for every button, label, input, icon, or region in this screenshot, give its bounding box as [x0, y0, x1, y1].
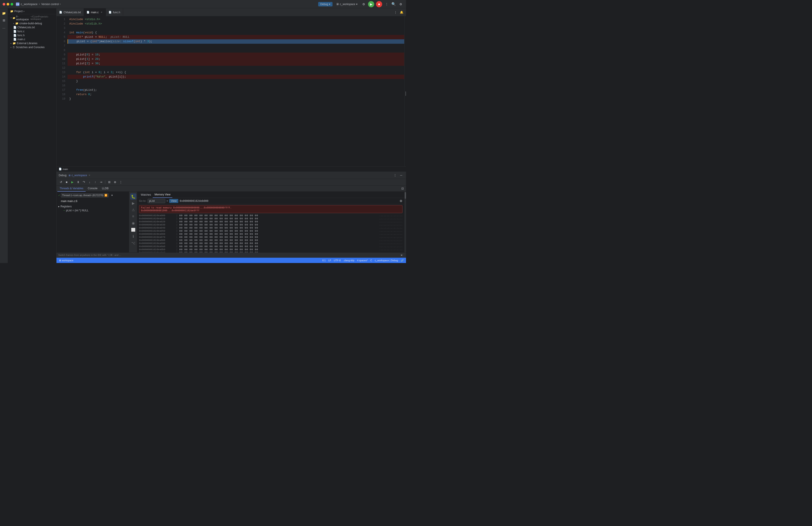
project-panel: 📁 Project ▾ ▾ 📁 c-workspace ~/CLionProje…: [8, 9, 57, 263]
restore-layout-button[interactable]: ⊡: [400, 186, 405, 191]
tree-item-func-h[interactable]: 📄 func.h: [8, 33, 56, 37]
notification-close-button[interactable]: ✕: [399, 253, 404, 258]
filter-threads-button[interactable]: ▼: [110, 193, 115, 198]
mem-addr: 0x0000000102dea000: [139, 214, 174, 217]
tab-console[interactable]: Console: [86, 185, 100, 192]
resume-button[interactable]: ▶: [70, 180, 75, 185]
tab-label: Console: [88, 187, 98, 190]
view-button[interactable]: View: [169, 199, 178, 203]
tab-func-h[interactable]: 📄 func.h: [106, 9, 123, 16]
run-to-cursor-button[interactable]: ⇒: [98, 180, 104, 185]
run-icon-btn[interactable]: ▶: [130, 200, 136, 206]
step-over-button[interactable]: ↷: [81, 180, 87, 185]
stop-button[interactable]: ■: [376, 1, 382, 7]
project-selector[interactable]: CW c_workspace ▾: [16, 2, 40, 6]
more-options-button[interactable]: ⋮: [384, 2, 389, 7]
structure-icon-btn[interactable]: ⊞: [1, 17, 7, 24]
tab-watches[interactable]: Watches: [139, 192, 153, 198]
mem-row-11: 0x0000000102dea0b0 | 00 00 00 00 00 00 0…: [137, 248, 404, 251]
debug-workspace[interactable]: 🖥 c_workspace ✕: [68, 174, 91, 177]
maximize-button[interactable]: [11, 3, 13, 5]
tree-item-scratches[interactable]: ▸ 🗒 Scratches and Consoles: [8, 45, 56, 49]
tree-item-ext-libs[interactable]: ▸ 📁 External Libraries: [8, 41, 56, 45]
address-input[interactable]: [148, 199, 165, 203]
tab-more-button[interactable]: ⋮: [393, 10, 398, 15]
status-position[interactable]: 6:1: [322, 259, 326, 262]
tab-lldb[interactable]: LLDB: [100, 185, 111, 192]
status-share-icon[interactable]: 🔗: [401, 259, 404, 262]
step-into-button[interactable]: ↓: [87, 180, 92, 185]
evaluate-button[interactable]: ⊞: [106, 180, 112, 185]
run-button[interactable]: ▶: [368, 1, 374, 7]
tree-item-cmakelists[interactable]: 📄 CMakeLists.txt: [8, 25, 56, 29]
memory-scrollbar[interactable]: [404, 192, 406, 252]
registers-header[interactable]: ▸ Registers: [58, 204, 127, 209]
code-line-17: free(pList);: [68, 88, 404, 92]
settings-icon-btn[interactable]: ⚙: [361, 2, 366, 7]
editor-area: 📄 CMakeLists.txt 📄 main.c ✕ 📄 func.h ⋮ 🔔: [57, 9, 406, 263]
h-tab-icon: 📄: [108, 11, 112, 14]
tree-item-root[interactable]: ▾ 📁 c-workspace ~/CLionProjects/c-worksp…: [8, 14, 56, 22]
status-linter[interactable]: .clang-tidy: [343, 259, 354, 262]
pause-button[interactable]: ⏸: [75, 180, 81, 185]
more-debug-button[interactable]: ⋮: [118, 180, 124, 185]
step-out-button[interactable]: ↑: [93, 180, 98, 185]
scrollbar-thumb[interactable]: [405, 192, 406, 199]
mem-row-2: 0x0000000102dea020 | 00 00 00 00 00 00 0…: [137, 220, 404, 223]
status-lang[interactable]: C: [370, 259, 372, 262]
more-icon-btn[interactable]: …: [1, 24, 7, 30]
notification-bell-icon[interactable]: 🔔: [399, 10, 404, 15]
version-control-button[interactable]: Version control ▾: [40, 2, 62, 6]
project-header[interactable]: 📁 Project ▾: [8, 9, 56, 14]
tab-cmakelists[interactable]: 📄 CMakeLists.txt: [57, 9, 84, 16]
chevron-right-icon: ▸: [13, 22, 14, 25]
mem-bytes: 00 00 00 00 00 00 00 00 00 00 00 00 00 0…: [179, 214, 374, 217]
tab-threads-variables[interactable]: Threads & Variables: [57, 185, 86, 192]
debugger-icon-btn[interactable]: 🐛: [130, 194, 136, 200]
tab-memory-view[interactable]: Memory View: [153, 192, 172, 198]
gear-icon[interactable]: ⚙: [398, 2, 403, 7]
workspace-selector[interactable]: 🖥 c_workspace ▾: [334, 2, 359, 6]
tree-item-main-c[interactable]: 📄 main.c: [8, 37, 56, 41]
project-icon-btn[interactable]: 📁: [1, 10, 7, 16]
search-button[interactable]: 🔍: [391, 2, 396, 7]
profiler-icon-btn[interactable]: ◉: [130, 220, 136, 226]
gutter-line-17: 17: [57, 88, 65, 92]
chevron-down-icon: ▾: [356, 3, 358, 6]
tab-label: Memory View: [155, 193, 170, 196]
git-icon-btn[interactable]: ⌥: [130, 240, 136, 246]
folder-icon: 📁: [10, 10, 13, 13]
code-line-18: return 0;: [68, 92, 404, 97]
rerun-button[interactable]: ↺: [58, 180, 63, 185]
breakpoints-button[interactable]: ⊕: [112, 180, 118, 185]
plist-value: → pList = (int *) NULL: [58, 209, 127, 212]
close-button[interactable]: [3, 3, 5, 5]
status-workspace[interactable]: 🖥 workspace: [59, 259, 73, 262]
log-icon-btn[interactable]: ≡: [130, 213, 136, 219]
tree-item-func-c[interactable]: 📄 func.c: [8, 29, 56, 33]
status-project-debug[interactable]: c_workspace | Debug: [375, 259, 398, 262]
thread-selector[interactable]: Thread-1-<com.ap..thread> (8172278) 🔽: [61, 193, 108, 197]
memory-settings-button[interactable]: ⚙: [400, 199, 403, 203]
tab-main-c[interactable]: 📄 main.c ✕: [84, 9, 106, 16]
debug-button[interactable]: Debug ▾: [318, 2, 333, 6]
terminal-icon-btn[interactable]: ⬜: [130, 227, 136, 233]
close-tab-icon[interactable]: ✕: [100, 11, 103, 14]
debug-more-button[interactable]: ⋮: [392, 173, 397, 178]
gutter-line-5: 5: [57, 35, 65, 39]
status-indent[interactable]: 4 spaces*: [357, 259, 367, 262]
threads-panel: ✓ Thread-1-<com.ap..thread> (8172278) 🔽 …: [57, 192, 129, 252]
frame-label: main main.c:6: [61, 200, 77, 203]
warning-icon-btn[interactable]: ⚠: [130, 207, 136, 213]
close-debug-tab-icon[interactable]: ✕: [88, 174, 91, 177]
current-frame[interactable]: main main.c:6: [57, 199, 129, 203]
code-line-4: int main(void) {: [68, 30, 404, 35]
stop-debug-button[interactable]: ■: [64, 180, 69, 185]
status-encoding[interactable]: LF: [328, 259, 331, 262]
minimize-button[interactable]: [6, 3, 9, 5]
chevron-right-icon: ▸: [11, 46, 12, 48]
tree-item-cmake-build[interactable]: ▸ 📁 cmake-build-debug: [8, 22, 56, 25]
info-icon-btn[interactable]: ℹ: [130, 233, 136, 239]
debug-minimize-button[interactable]: ─: [398, 173, 404, 178]
status-charset[interactable]: UTF-8: [334, 259, 341, 262]
